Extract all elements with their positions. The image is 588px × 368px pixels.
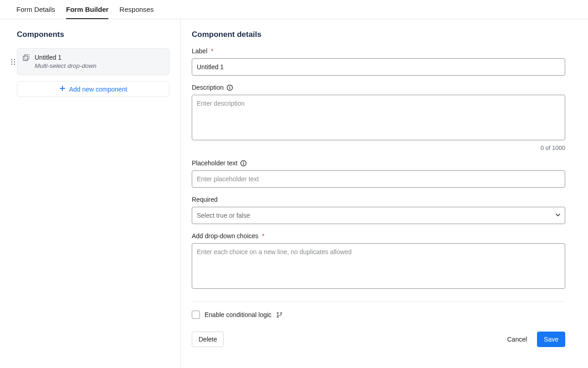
svg-point-1 <box>14 59 15 60</box>
svg-rect-7 <box>25 55 29 59</box>
add-component-label: Add new component <box>69 86 128 93</box>
choices-field-label: Add drop-down choices * <box>192 232 565 240</box>
choices-textarea[interactable] <box>192 243 565 289</box>
cancel-button[interactable]: Cancel <box>501 332 532 347</box>
section-divider <box>192 301 565 302</box>
component-details-panel: Component details Label * Description <box>181 19 588 368</box>
components-heading: Components <box>17 30 169 39</box>
required-select[interactable]: Select true or false <box>192 207 565 224</box>
component-item-subtype: Multi-select drop-down <box>35 62 97 70</box>
add-component-button[interactable]: Add new component <box>17 81 169 97</box>
description-field-label: Description <box>192 84 565 91</box>
conditional-logic-label: Enable conditional logic <box>205 311 271 318</box>
svg-point-15 <box>243 161 244 162</box>
svg-point-12 <box>230 86 230 87</box>
component-item-label: Untitled 1 <box>35 53 97 62</box>
conditional-logic-checkbox[interactable] <box>192 311 200 319</box>
label-text: Label <box>192 47 207 55</box>
description-label-text: Description <box>192 84 224 91</box>
description-textarea[interactable] <box>192 95 565 140</box>
required-field-label: Required <box>192 196 565 203</box>
component-item[interactable]: Untitled 1 Multi-select drop-down <box>17 48 169 75</box>
branch-icon <box>276 312 283 318</box>
placeholder-label-text: Placeholder text <box>192 159 237 167</box>
delete-button[interactable]: Delete <box>192 332 224 347</box>
tab-responses[interactable]: Responses <box>119 1 153 19</box>
label-field-label: Label * <box>192 47 565 55</box>
tab-form-builder[interactable]: Form Builder <box>66 1 108 19</box>
required-asterisk: * <box>262 232 264 240</box>
components-sidebar: Components <box>0 19 181 368</box>
svg-point-3 <box>14 61 15 62</box>
description-counter: 0 of 1000 <box>192 144 565 151</box>
svg-point-0 <box>11 59 12 60</box>
placeholder-field-label: Placeholder text <box>192 159 565 167</box>
label-input[interactable] <box>192 58 565 76</box>
svg-point-2 <box>11 61 12 62</box>
placeholder-input[interactable] <box>192 170 565 188</box>
drag-handle-icon[interactable] <box>9 59 17 65</box>
plus-icon <box>59 85 66 93</box>
top-tabs: Form Details Form Builder Responses <box>0 0 588 19</box>
svg-point-5 <box>14 63 15 64</box>
svg-rect-6 <box>23 56 28 61</box>
choices-label-text: Add drop-down choices <box>192 232 258 240</box>
component-details-heading: Component details <box>192 30 565 39</box>
svg-point-4 <box>11 63 12 64</box>
required-asterisk: * <box>211 47 213 55</box>
save-button[interactable]: Save <box>537 332 565 347</box>
tab-form-details[interactable]: Form Details <box>16 1 55 19</box>
info-icon[interactable] <box>226 84 233 91</box>
multi-select-icon <box>23 54 30 63</box>
required-label-text: Required <box>192 196 218 203</box>
info-icon[interactable] <box>240 160 247 167</box>
